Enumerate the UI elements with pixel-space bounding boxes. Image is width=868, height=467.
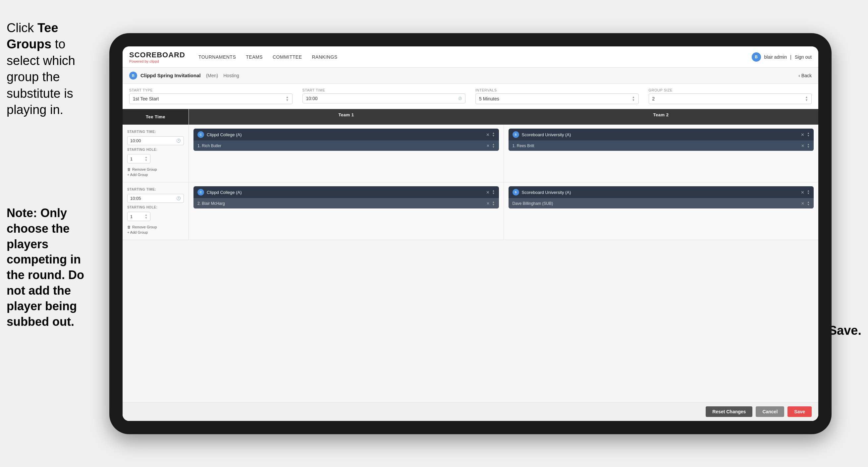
player-arrows-2-2[interactable]: ▲▼: [807, 201, 810, 206]
hole-arrows-1: ▲▼: [145, 156, 148, 162]
team1-col-2: C Clippd College (A) ✕ ▲▼ 2. Blair McHar…: [189, 182, 504, 240]
starting-time-label-1: STARTING TIME:: [127, 130, 184, 134]
annotation-note-bold: Only choose the players competing in the…: [7, 206, 84, 328]
team2-col-1: S Scoreboard University (A) ✕ ▲▼ 1. Rees…: [504, 125, 819, 182]
tournament-gender: (Men): [206, 73, 218, 78]
player-name-2-1: 1. Rees Britt: [513, 144, 801, 148]
remove-group-button-2[interactable]: 🗑 Remove Group: [127, 225, 184, 229]
tablet-frame: SCOREBOARD Powered by clippd TOURNAMENTS…: [109, 33, 832, 434]
user-avatar: B: [752, 52, 761, 62]
user-name: blair admin: [764, 54, 787, 60]
starting-hole-label-2: STARTING HOLE:: [127, 205, 184, 209]
intervals-input[interactable]: 5 Minutes ▲▼: [475, 93, 639, 104]
team1-remove-x-2[interactable]: ✕: [486, 190, 490, 195]
team2-remove-x-1[interactable]: ✕: [801, 132, 804, 137]
team2-card-1[interactable]: S Scoreboard University (A) ✕ ▲▼ 1. Rees…: [508, 128, 814, 151]
top-annotation: Click Tee Groups to select which group t…: [0, 20, 103, 118]
team1-card-actions-1: ✕ ▲▼: [486, 132, 495, 137]
group-size-input[interactable]: 2 ▲▼: [649, 93, 812, 104]
team2-card-actions-2: ✕ ▲▼: [801, 189, 810, 195]
player-row-2-1: 1. Rees Britt ✕ ▲▼: [508, 141, 814, 151]
team2-card-2[interactable]: S Scoreboard University (A) ✕ ▲▼ Dave Bi…: [508, 186, 814, 208]
subheader: B Clippd Spring Invitational (Men) Hosti…: [123, 68, 818, 84]
nav-committee[interactable]: COMMITTEE: [273, 53, 302, 61]
nav-right: B blair admin | Sign out: [752, 52, 812, 62]
team1-name-2: Clippd College (A): [207, 190, 483, 195]
nav-rankings[interactable]: RANKINGS: [312, 53, 338, 61]
sign-out-link[interactable]: Sign out: [795, 54, 812, 60]
start-time-input[interactable]: 10:00 🕐: [303, 93, 466, 104]
logo-main-text: SCOREBOARD: [129, 51, 185, 59]
scoreboard-logo: SCOREBOARD Powered by clippd: [129, 51, 185, 63]
add-group-button-1[interactable]: + Add Group: [127, 173, 184, 177]
logo-sub-text: Powered by clippd: [129, 59, 185, 63]
navbar: SCOREBOARD Powered by clippd TOURNAMENTS…: [123, 47, 818, 68]
player-remove-x-2-2[interactable]: ✕: [801, 201, 804, 206]
nav-separator: |: [790, 54, 792, 60]
team1-card-arrows-1[interactable]: ▲▼: [492, 132, 495, 137]
group-size-value: 2: [652, 96, 655, 101]
player-actions-1-1: ✕ ▲▼: [486, 143, 495, 148]
intervals-arrows: ▲▼: [632, 96, 635, 102]
team2-remove-x-2[interactable]: ✕: [801, 190, 804, 195]
player-row-1-1: 1. Rich Butler ✕ ▲▼: [193, 141, 499, 151]
starting-time-value-1: 10:00: [130, 138, 141, 143]
start-type-arrows: ▲▼: [286, 96, 289, 102]
team1-card-arrows-2[interactable]: ▲▼: [492, 189, 495, 195]
table-row: STARTING TIME: 10:00 🕐 STARTING HOLE: 1 …: [123, 125, 818, 182]
table-header: Tee Time Team 1 Team 2: [123, 109, 818, 125]
add-group-label-1: + Add Group: [127, 173, 148, 177]
start-type-value: 1st Tee Start: [133, 96, 159, 101]
team2-card-arrows-2[interactable]: ▲▼: [807, 189, 810, 195]
starting-hole-input-2[interactable]: 1 ▲▼: [127, 212, 150, 221]
subheader-left: B Clippd Spring Invitational (Men) Hosti…: [129, 71, 799, 80]
nav-teams[interactable]: TEAMS: [246, 53, 263, 61]
player-name-2-2: Dave Billingham (SUB): [513, 201, 801, 206]
back-button[interactable]: ‹ Back: [799, 73, 812, 78]
team2-card-arrows-1[interactable]: ▲▼: [807, 132, 810, 137]
add-group-button-2[interactable]: + Add Group: [127, 230, 184, 234]
starting-hole-input-1[interactable]: 1 ▲▼: [127, 154, 150, 164]
team1-card-2[interactable]: C Clippd College (A) ✕ ▲▼ 2. Blair McHar…: [193, 186, 499, 208]
time-clock-icon-1: 🕐: [176, 139, 181, 143]
footer-bar: Reset Changes Cancel Save: [123, 402, 818, 421]
team2-card-header-2: S Scoreboard University (A) ✕ ▲▼: [508, 186, 814, 198]
player-name-1-1: 1. Rich Butler: [197, 144, 486, 148]
add-group-label-2: + Add Group: [127, 230, 148, 234]
start-type-input[interactable]: 1st Tee Start ▲▼: [129, 93, 292, 104]
team1-card-1[interactable]: C Clippd College (A) ✕ ▲▼ 1. Rich Butler: [193, 128, 499, 151]
remove-icon-1: 🗑: [127, 167, 131, 171]
bottom-annotation: Note: Only choose the players competing …: [0, 205, 103, 329]
hosting-label: Hosting: [223, 73, 239, 78]
starting-time-label-2: STARTING TIME:: [127, 187, 184, 191]
group-size-label: Group Size: [649, 88, 812, 92]
start-time-group: Start Time 10:00 🕐: [303, 88, 466, 104]
start-type-label: Start Type: [129, 88, 292, 92]
player-arrows-2-1[interactable]: ▲▼: [807, 143, 810, 148]
start-time-label: Start Time: [303, 88, 466, 92]
team1-avatar-1: C: [197, 131, 204, 138]
tournament-name: Clippd Spring Invitational: [141, 72, 201, 78]
reset-changes-button[interactable]: Reset Changes: [706, 406, 752, 417]
table-row: STARTING TIME: 10:05 🕐 STARTING HOLE: 1 …: [123, 182, 818, 240]
starting-time-input-1[interactable]: 10:00 🕐: [127, 136, 184, 145]
starting-time-input-2[interactable]: 10:05 🕐: [127, 194, 184, 203]
hole-arrows-2: ▲▼: [145, 213, 148, 220]
player-remove-x-1-2[interactable]: ✕: [486, 201, 490, 206]
team2-card-actions-1: ✕ ▲▼: [801, 132, 810, 137]
right-save-bold: Save.: [829, 323, 861, 338]
player-arrows-1-1[interactable]: ▲▼: [492, 143, 495, 148]
player-actions-2-2: ✕ ▲▼: [801, 201, 810, 206]
team1-remove-x-1[interactable]: ✕: [486, 132, 490, 137]
nav-tournaments[interactable]: TOURNAMENTS: [198, 53, 236, 61]
player-arrows-1-2[interactable]: ▲▼: [492, 201, 495, 206]
remove-group-button-1[interactable]: 🗑 Remove Group: [127, 167, 184, 171]
team2-avatar-2: S: [513, 189, 519, 196]
player-remove-x-1-1[interactable]: ✕: [486, 144, 490, 148]
time-clock-icon-2: 🕐: [176, 196, 181, 201]
intervals-value: 5 Minutes: [479, 96, 499, 101]
cancel-button[interactable]: Cancel: [756, 406, 784, 417]
player-remove-x-2-1[interactable]: ✕: [801, 144, 804, 148]
save-button[interactable]: Save: [787, 406, 812, 417]
tablet-screen: SCOREBOARD Powered by clippd TOURNAMENTS…: [123, 47, 818, 421]
